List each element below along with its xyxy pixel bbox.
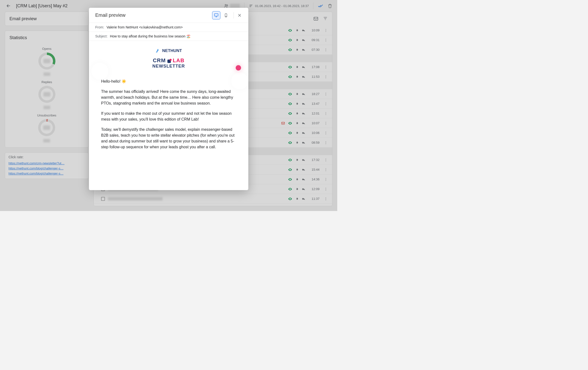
modal-backdrop[interactable]: Email preview From: Valerie from NetHunt… (0, 0, 337, 211)
svg-rect-68 (215, 14, 218, 16)
nethunt-logo: NETHUNT (155, 48, 182, 54)
svg-point-70 (226, 16, 226, 17)
mobile-view-button[interactable] (222, 11, 230, 20)
decoration-dot (236, 65, 241, 70)
modal-title: Email preview (95, 12, 212, 18)
email-body: NETHUNT CRM LAB NEWSLETTER Hello-hello! … (89, 41, 248, 190)
subject-row: Subject: How to stay afloat during the b… (89, 32, 248, 41)
close-button[interactable] (237, 13, 242, 18)
desktop-view-button[interactable] (212, 11, 220, 20)
from-row: From: Valerie from NetHunt <v.kakovkina@… (89, 23, 248, 32)
crm-lab-logo: CRM LAB NEWSLETTER (152, 57, 185, 69)
email-preview-modal: Email preview From: Valerie from NetHunt… (89, 8, 248, 190)
